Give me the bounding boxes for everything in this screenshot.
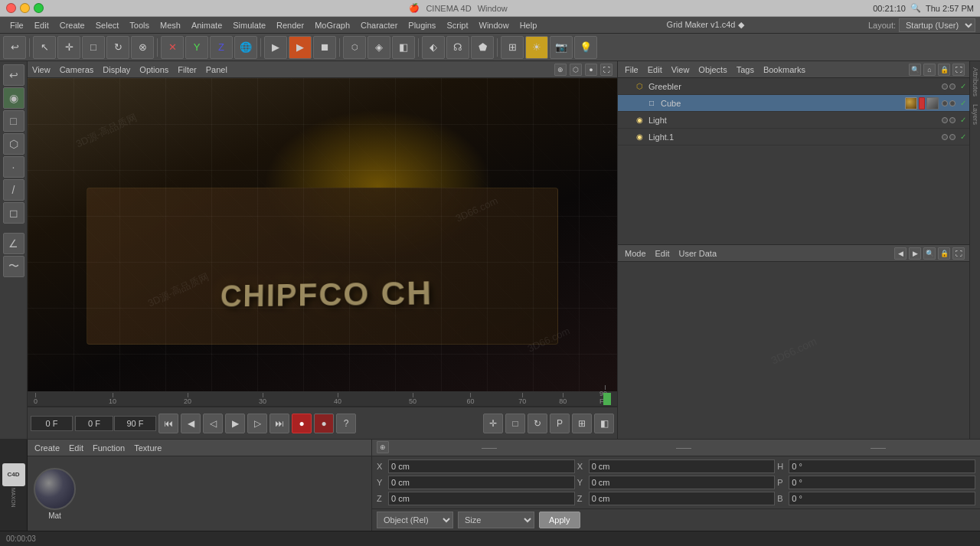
lock-icon[interactable]: 🔒 <box>938 64 950 76</box>
play-fwd-btn[interactable]: ▷ <box>247 414 267 433</box>
light1-dot1[interactable] <box>942 134 948 140</box>
apply-button[interactable]: Apply <box>539 512 580 528</box>
vp-icon-layout[interactable]: ⬡ <box>570 64 582 76</box>
h-rot-input[interactable] <box>789 459 975 473</box>
vp-icon-move[interactable]: ⊕ <box>554 64 567 76</box>
grid-btn[interactable]: ⊞ <box>572 414 592 433</box>
menu-plugins[interactable]: Plugins <box>403 17 441 33</box>
deformer-btn[interactable]: ⬖ <box>422 36 445 59</box>
light1-dot2[interactable] <box>949 134 956 140</box>
extrude-btn[interactable]: ◧ <box>392 36 415 59</box>
param-btn[interactable]: P <box>550 414 570 433</box>
viewport[interactable]: CHIPFCO CH 3D66.com 3D源-高品质网 3D66.com 3D… <box>28 78 617 391</box>
menu-animate[interactable]: Animate <box>186 17 227 33</box>
sweep-btn[interactable]: ◈ <box>368 36 390 59</box>
sidebar-tool2[interactable]: 〜 <box>3 256 24 277</box>
autokey-btn[interactable]: ● <box>314 414 334 433</box>
vp-icon-render[interactable]: ● <box>585 64 597 76</box>
strip-tab-layers[interactable]: Layers <box>971 101 980 128</box>
scale-tool-btn[interactable]: □ <box>82 36 105 59</box>
sidebar-tool1[interactable]: ∠ <box>3 233 24 254</box>
cube-mat-swatch3[interactable] <box>926 97 939 110</box>
mat-swatch[interactable] <box>34 468 76 510</box>
mat-function[interactable]: Function <box>90 443 127 453</box>
light-dot1[interactable] <box>942 117 948 123</box>
x-pos-input[interactable] <box>388 459 575 473</box>
goto-end-btn[interactable]: ⏭ <box>270 414 289 433</box>
rotate-tool-btn[interactable]: ↻ <box>106 36 129 59</box>
attr-edit[interactable]: Edit <box>653 249 672 258</box>
z-axis-btn[interactable]: Z <box>210 36 233 59</box>
light-btn[interactable]: 💡 <box>574 36 597 59</box>
attr-expand-icon[interactable]: ⛶ <box>952 247 965 260</box>
arrow-tool-btn[interactable]: ↖ <box>33 36 56 59</box>
key-btn[interactable]: ? <box>336 414 356 433</box>
camera-btn[interactable]: 📷 <box>550 36 573 59</box>
strip-tab-attr[interactable]: Attributes <box>971 64 980 100</box>
attr-lock-icon[interactable]: 🔒 <box>938 247 950 260</box>
frame-end-input[interactable] <box>114 416 156 431</box>
minimize-btn[interactable] <box>20 3 30 13</box>
obj-row-light1[interactable]: ◉ Light.1 ✓ <box>618 129 969 145</box>
loop-btn[interactable]: ↻ <box>528 414 547 433</box>
z-size-input[interactable] <box>589 492 776 505</box>
menu-tools[interactable]: Tools <box>124 17 155 33</box>
sidebar-poly[interactable]: ◻ <box>3 202 24 224</box>
cube-dot1[interactable] <box>942 100 948 106</box>
clip-btn[interactable]: ◧ <box>594 414 614 433</box>
menu-mesh[interactable]: Mesh <box>155 17 186 33</box>
obj-edit[interactable]: Edit <box>645 65 665 74</box>
attr-mode[interactable]: Mode <box>622 249 648 258</box>
bend-btn[interactable]: ☊ <box>446 36 469 59</box>
attr-userdata[interactable]: User Data <box>677 249 720 258</box>
render-region-btn[interactable]: ▶ <box>264 36 287 59</box>
mat-create[interactable]: Create <box>32 443 62 453</box>
coord-icon[interactable]: ⊕ <box>377 441 389 453</box>
obj-row-greebler[interactable]: ⬡ Greebler ✓ <box>618 78 969 95</box>
sky-btn[interactable]: ☀ <box>525 36 548 59</box>
cube-dot2[interactable] <box>949 100 956 106</box>
vp-panel[interactable]: Panel <box>206 65 227 74</box>
vp-icon-full[interactable]: ⛶ <box>600 64 612 76</box>
play-btn[interactable]: ▶ <box>225 414 245 433</box>
vp-options[interactable]: Options <box>139 65 168 74</box>
key-mode-btn[interactable]: □ <box>505 414 525 433</box>
undo-btn[interactable]: ↩ <box>3 36 26 59</box>
menu-create[interactable]: Create <box>54 17 90 33</box>
menu-script[interactable]: Script <box>441 17 473 33</box>
mat-texture[interactable]: Texture <box>132 443 164 453</box>
menu-simulate[interactable]: Simulate <box>227 17 271 33</box>
motion-btn[interactable]: ✛ <box>483 414 503 433</box>
render-all-btn[interactable]: ⏹ <box>313 36 336 59</box>
menu-character[interactable]: Character <box>355 17 403 33</box>
obj-row-cube[interactable]: □ Cube ✓ <box>618 95 969 112</box>
home-icon[interactable]: ⌂ <box>923 64 936 76</box>
world-btn[interactable]: 🌐 <box>234 36 257 59</box>
attr-back-icon[interactable]: ◀ <box>894 247 906 260</box>
floor-btn[interactable]: ⊞ <box>501 36 524 59</box>
play-back-btn[interactable]: ◁ <box>203 414 223 433</box>
p-rot-input[interactable] <box>789 476 975 489</box>
vp-display[interactable]: Display <box>103 65 130 74</box>
coord-system-select[interactable]: Object (Rel) World <box>377 512 453 528</box>
record-btn[interactable]: ● <box>292 414 312 433</box>
goto-start-btn[interactable]: ⏮ <box>158 414 178 433</box>
vp-filter[interactable]: Filter <box>178 65 196 74</box>
attr-search-icon[interactable]: 🔍 <box>923 247 936 260</box>
vp-view[interactable]: View <box>32 65 51 74</box>
size-mode-select[interactable]: Size Scale <box>458 512 534 528</box>
frame-current-input[interactable] <box>31 416 73 431</box>
timeline-ruler[interactable]: 0 10 20 30 4 <box>28 391 617 407</box>
sidebar-edges[interactable]: / <box>3 179 24 201</box>
menu-window[interactable]: Window <box>474 17 514 33</box>
obj-row-light[interactable]: ◉ Light ✓ <box>618 112 969 129</box>
cube-obj-btn[interactable]: ⬡ <box>343 36 366 59</box>
menu-render[interactable]: Render <box>271 17 309 33</box>
greebler-dot1[interactable] <box>942 83 948 90</box>
maximize-btn[interactable] <box>34 3 44 13</box>
obj-file[interactable]: File <box>622 65 641 74</box>
attr-fwd-icon[interactable]: ▶ <box>909 247 921 260</box>
sidebar-model[interactable]: ◉ <box>3 87 24 109</box>
menu-select[interactable]: Select <box>90 17 125 33</box>
greebler-dot2[interactable] <box>949 83 956 90</box>
